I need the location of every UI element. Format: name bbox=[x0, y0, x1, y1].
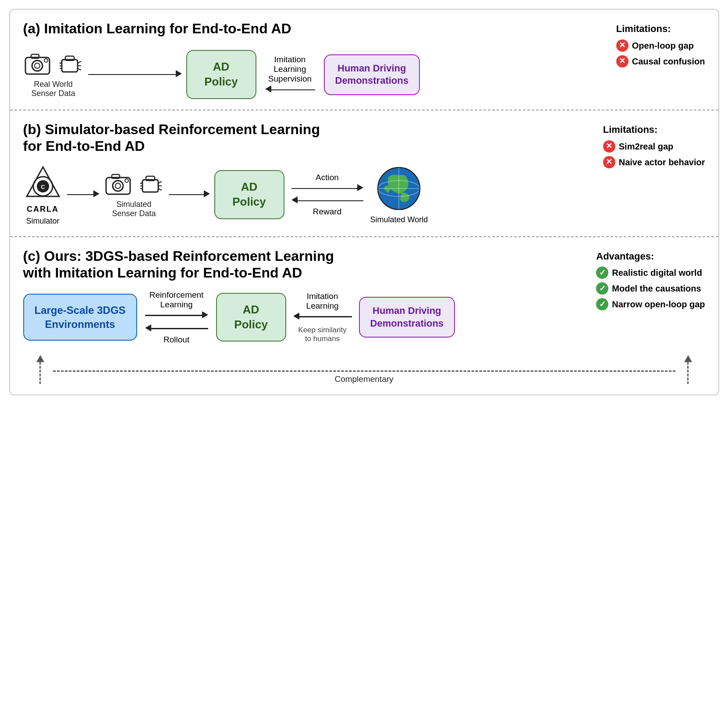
action-reward-arrows: Action Reward bbox=[291, 173, 363, 217]
lidar-icon-b bbox=[138, 171, 164, 197]
section-a-limitation-1: ✕ Open-loop gap bbox=[616, 38, 705, 53]
arrow-sensor-to-policy-b bbox=[169, 190, 210, 199]
carla-logo: C bbox=[23, 164, 63, 203]
sensor-icons-a bbox=[23, 51, 84, 77]
section-c: (c) Ours: 3DGS-based Reinforcement Learn… bbox=[10, 237, 718, 395]
x-icon-4: ✕ bbox=[603, 156, 615, 168]
reward-label: Reward bbox=[313, 207, 341, 217]
globe-icon bbox=[375, 164, 423, 213]
section-b-limitation-2: ✕ Naive actor behavior bbox=[603, 154, 705, 170]
left-dashed-arrow bbox=[36, 355, 44, 384]
section-a-limitation-2: ✕ Causal confusion bbox=[616, 53, 705, 69]
rl-arrow: ReinforcementLearning bbox=[145, 290, 208, 320]
section-c-advantage-2: ✓ Model the causations bbox=[596, 281, 705, 296]
sensor-label-a: Real WorldSenser Data bbox=[31, 80, 75, 98]
section-a-flow: Real WorldSenser Data AD Policy Imitatio… bbox=[23, 50, 705, 99]
sensor-icons-b bbox=[104, 171, 164, 197]
svg-point-19 bbox=[115, 183, 121, 189]
human-demo-c: Human DrivingDemonstrations bbox=[359, 297, 455, 338]
complementary-label: Complementary bbox=[334, 374, 393, 384]
action-label: Action bbox=[316, 173, 339, 182]
section-c-info-box: Advantages: ✓ Realistic digital world ✓ … bbox=[596, 248, 705, 313]
svg-rect-5 bbox=[62, 60, 78, 72]
sim-sensor-label: SimulatedSenser Data bbox=[112, 200, 156, 218]
section-a-limitations-title: Limitations: bbox=[616, 20, 705, 38]
human-demo-a: Human DrivingDemonstrations bbox=[324, 54, 420, 95]
imitation-arrow-a: ImitationLearningSupervision bbox=[265, 55, 315, 94]
arrow-to-policy-a bbox=[88, 70, 182, 79]
svg-text:C: C bbox=[41, 184, 45, 190]
svg-point-4 bbox=[44, 59, 48, 62]
section-b-flow: C CARLA Simulator bbox=[23, 164, 705, 226]
section-b-info-box: Limitations: ✕ Sim2real gap ✕ Naive acto… bbox=[603, 121, 705, 170]
section-a-title: (a) Imitation Learning for End-to-End AD bbox=[23, 20, 705, 37]
check-icon-2: ✓ bbox=[596, 282, 608, 295]
complementary-section: Complementary bbox=[53, 370, 675, 384]
right-dashed-arrow bbox=[684, 355, 692, 384]
svg-point-2 bbox=[35, 63, 40, 68]
lidar-icon-a bbox=[57, 51, 84, 77]
reward-arrow: Reward bbox=[291, 196, 363, 217]
svg-rect-22 bbox=[142, 180, 158, 192]
x-icon-3: ✕ bbox=[603, 140, 615, 153]
ad-policy-a: AD Policy bbox=[186, 50, 256, 99]
imitation-label-a: ImitationLearningSupervision bbox=[268, 55, 312, 84]
carla-label: CARLA bbox=[27, 205, 59, 214]
camera-icon-b bbox=[104, 171, 135, 197]
keep-similarity-label: Keep similarityto humans bbox=[298, 326, 347, 343]
section-b-limitations-title: Limitations: bbox=[603, 121, 705, 139]
rl-rollout-arrows: ReinforcementLearning Rollout bbox=[145, 290, 208, 345]
rollout-arrow: Rollout bbox=[145, 324, 208, 345]
x-icon-1: ✕ bbox=[616, 39, 629, 52]
carla-container: C CARLA Simulator bbox=[23, 164, 63, 226]
globe-container: Simulated World bbox=[370, 164, 428, 224]
section-c-advantage-3: ✓ Narrow open-loop gap bbox=[596, 296, 705, 312]
ad-policy-b: AD Policy bbox=[214, 170, 284, 219]
section-a: (a) Imitation Learning for End-to-End AD… bbox=[10, 10, 718, 110]
env-box: Large-Scale 3DGSEnvironments bbox=[23, 294, 137, 340]
section-c-advantage-1: ✓ Realistic digital world bbox=[596, 265, 705, 281]
rl-label: ReinforcementLearning bbox=[149, 290, 204, 310]
imitation-label-c: ImitationLearning bbox=[306, 292, 339, 311]
arrow-sim-to-sensor bbox=[67, 190, 99, 199]
section-b: (b) Simulator-based Reinforcement Learni… bbox=[10, 110, 718, 237]
svg-point-21 bbox=[125, 179, 128, 182]
check-icon-1: ✓ bbox=[596, 267, 608, 279]
ad-policy-c: AD Policy bbox=[216, 293, 286, 342]
svg-point-1 bbox=[32, 60, 43, 71]
imitation-arrows-c: ImitationLearning Keep similarityto huma… bbox=[293, 292, 352, 343]
section-a-info-box: Limitations: ✕ Open-loop gap ✕ Causal co… bbox=[616, 20, 705, 69]
camera-icon-a bbox=[23, 51, 54, 77]
section-c-advantages-title: Advantages: bbox=[596, 248, 705, 265]
main-container: (a) Imitation Learning for End-to-End AD… bbox=[9, 9, 719, 395]
simulated-world-label: Simulated World bbox=[370, 215, 428, 224]
check-icon-3: ✓ bbox=[596, 298, 608, 310]
rollout-label: Rollout bbox=[163, 335, 189, 345]
sensor-group-b: SimulatedSenser Data bbox=[104, 171, 164, 218]
keep-similarity-row: Keep similarityto humans bbox=[298, 326, 347, 343]
section-b-limitation-1: ✕ Sim2real gap bbox=[603, 139, 705, 154]
x-icon-2: ✕ bbox=[616, 55, 629, 68]
action-arrow: Action bbox=[291, 173, 363, 193]
bottom-section: Complementary bbox=[23, 355, 705, 384]
imitation-arrow-c: ImitationLearning bbox=[293, 292, 352, 321]
simulator-label: Simulator bbox=[26, 217, 59, 226]
svg-point-18 bbox=[113, 181, 123, 191]
sensor-group-a: Real WorldSenser Data bbox=[23, 51, 84, 98]
